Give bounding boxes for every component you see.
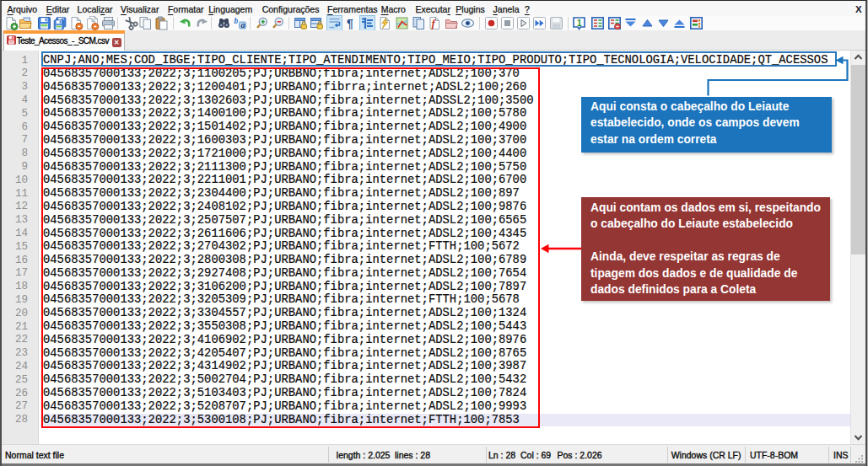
svg-text:¶: ¶ <box>347 17 353 30</box>
svg-text:a: a <box>240 20 245 29</box>
svg-text:1: 1 <box>577 19 582 28</box>
svg-text:b: b <box>234 17 238 25</box>
